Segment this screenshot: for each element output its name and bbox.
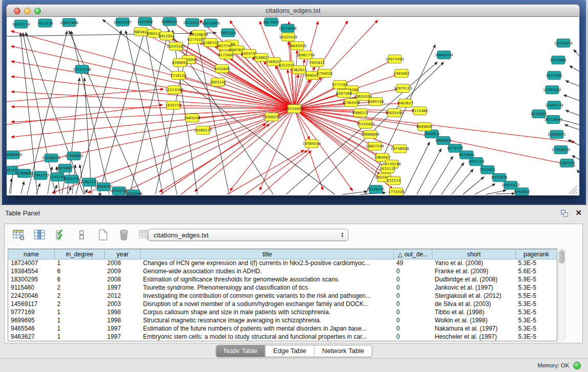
- graph-edge[interactable]: [245, 150, 308, 194]
- tab-node-table[interactable]: Node Table: [216, 345, 265, 357]
- graph-edge[interactable]: [572, 156, 579, 160]
- graph-node[interactable]: 12093582: [543, 85, 561, 94]
- canvas-resize-grip[interactable]: [569, 186, 577, 194]
- table-mode-button[interactable]: [12, 227, 26, 243]
- graph-edge[interactable]: [452, 169, 473, 194]
- graph-node[interactable]: 2935114: [468, 158, 485, 166]
- cell-year[interactable]: 2012: [105, 292, 141, 300]
- close-window-button[interactable]: [14, 8, 20, 14]
- cell-short[interactable]: Franke et al. (2009): [432, 268, 516, 276]
- cell-title[interactable]: Structural magnetic resonance image aver…: [141, 317, 394, 325]
- cell-out_degree[interactable]: 0: [394, 300, 432, 309]
- graph-node[interactable]: 6958924: [435, 137, 452, 145]
- graph-edge[interactable]: [463, 177, 484, 194]
- cell-out_degree[interactable]: 0: [394, 292, 432, 300]
- graph-edge[interactable]: [21, 182, 24, 194]
- cell-title[interactable]: Genome-wide association studies in ADHD.: [141, 268, 394, 276]
- table-row[interactable]: 1456911722003Disruption of a novel membe…: [8, 300, 557, 309]
- graph-node[interactable]: 1733426: [388, 188, 405, 195]
- graph-node[interactable]: 14569117: [194, 126, 212, 135]
- graph-edge[interactable]: [11, 76, 294, 108]
- graph-edge[interactable]: [294, 77, 321, 108]
- graph-edge[interactable]: [69, 31, 141, 194]
- cell-out_degree[interactable]: 0: [394, 309, 432, 317]
- graph-node[interactable]: 19756928: [391, 145, 409, 153]
- column-header-pagerank[interactable]: pagerank: [516, 249, 557, 259]
- graph-node[interactable]: 12942757: [31, 171, 50, 180]
- cell-short[interactable]: de Silva et al. (2003): [432, 300, 516, 309]
- table-selector-dropdown[interactable]: citations_edges.txt ▴▾: [148, 229, 349, 241]
- table-row[interactable]: 1872400712008Changes of HCN gene express…: [8, 259, 557, 268]
- table-row[interactable]: 946554611997Estimation of the future num…: [8, 325, 557, 333]
- cell-year[interactable]: 1997: [105, 333, 141, 341]
- tab-network-table[interactable]: Network Table: [314, 345, 372, 357]
- memory-status-indicator[interactable]: [573, 362, 581, 369]
- graph-edge[interactable]: [172, 30, 198, 194]
- graph-edge[interactable]: [99, 30, 145, 194]
- table-vertical-scrollbar[interactable]: [558, 249, 565, 341]
- graph-node[interactable]: 9699695: [417, 123, 432, 131]
- minimize-window-button[interactable]: [24, 8, 31, 14]
- tab-edge-table[interactable]: Edge Table: [265, 345, 314, 357]
- network-canvas-svg[interactable]: 1405571476155262069140610653287152760264…: [7, 17, 579, 195]
- graph-edge[interactable]: [294, 109, 353, 191]
- graph-node[interactable]: 19384554: [302, 140, 321, 148]
- cell-pagerank[interactable]: 5.3E-5: [516, 284, 557, 292]
- close-panel-icon[interactable]: ✕: [575, 208, 582, 217]
- graph-edge[interactable]: [564, 125, 579, 130]
- graph-node[interactable]: 9463627: [398, 99, 413, 107]
- graph-node[interactable]: 16210643: [544, 116, 562, 124]
- graph-node[interactable]: 9115460: [412, 107, 428, 115]
- graph-node[interactable]: 17359924: [64, 152, 83, 160]
- graph-node[interactable]: 14055714: [12, 20, 30, 28]
- row-height-button[interactable]: [75, 227, 89, 243]
- cell-name[interactable]: 9465546: [8, 325, 55, 333]
- cell-out_degree[interactable]: 0: [394, 276, 432, 284]
- graph-node[interactable]: 9242848: [214, 64, 230, 73]
- graph-node[interactable]: 10025458: [385, 109, 404, 117]
- cell-short[interactable]: Tibbo et al. (1998): [432, 309, 516, 317]
- graph-node[interactable]: 12444134: [545, 101, 563, 109]
- graph-node[interactable]: 1615132: [380, 165, 396, 173]
- column-header-year[interactable]: year: [105, 249, 141, 259]
- cell-year[interactable]: 2003: [105, 300, 141, 309]
- graph-node[interactable]: 20691406: [60, 18, 78, 27]
- graph-edge[interactable]: [417, 149, 441, 194]
- network-canvas[interactable]: 1405571476155262069140610653287152760264…: [7, 17, 579, 195]
- graph-node[interactable]: 18300295: [263, 113, 281, 121]
- delete-column-button[interactable]: [117, 227, 131, 243]
- select-columns-button[interactable]: [54, 227, 68, 243]
- graph-node[interactable]: 2718120: [170, 71, 186, 79]
- column-header-title[interactable]: title: [141, 249, 394, 259]
- graph-edge[interactable]: [574, 50, 579, 56]
- graph-node[interactable]: 7615526: [37, 19, 54, 27]
- cell-out_degree[interactable]: 0: [394, 325, 432, 333]
- cell-in_degree[interactable]: 1: [55, 317, 105, 325]
- cell-short[interactable]: Dudbridge et al. (2008): [432, 276, 516, 284]
- column-header-short[interactable]: short: [432, 249, 516, 259]
- graph-node[interactable]: 7955812: [309, 58, 324, 67]
- cell-short[interactable]: Jankovic et al. (1997): [432, 284, 516, 292]
- window-titlebar[interactable]: citations_edges.txt: [6, 4, 580, 17]
- graph-node[interactable]: 17016504: [552, 146, 570, 154]
- column-header-in_degree[interactable]: in_degree: [55, 249, 105, 259]
- graph-node[interactable]: 15692071: [548, 130, 566, 139]
- cell-out_degree[interactable]: 49: [394, 259, 432, 268]
- graph-node[interactable]: 12213563: [165, 85, 184, 94]
- graph-node[interactable]: 2803144: [210, 78, 226, 86]
- graph-node[interactable]: 16033809: [202, 19, 220, 27]
- graph-edge[interactable]: [565, 111, 579, 116]
- graph-node[interactable]: 15720407: [356, 120, 375, 128]
- cell-in_degree[interactable]: 1: [55, 333, 105, 341]
- graph-node[interactable]: 6466161: [162, 17, 178, 26]
- graph-node[interactable]: 18325419: [279, 33, 297, 41]
- graph-node[interactable]: 18724007: [285, 104, 303, 113]
- table-row[interactable]: 1938455462009Genome-wide association stu…: [8, 268, 557, 276]
- graph-node[interactable]: 20206576: [42, 154, 60, 162]
- cell-short[interactable]: Nakamura et al. (1997): [432, 325, 516, 333]
- graph-edge[interactable]: [577, 170, 579, 173]
- graph-edge[interactable]: [570, 66, 579, 72]
- graph-edge[interactable]: [84, 78, 92, 194]
- graph-node[interactable]: 6794028: [317, 69, 333, 77]
- cell-name[interactable]: 9115460: [8, 284, 55, 292]
